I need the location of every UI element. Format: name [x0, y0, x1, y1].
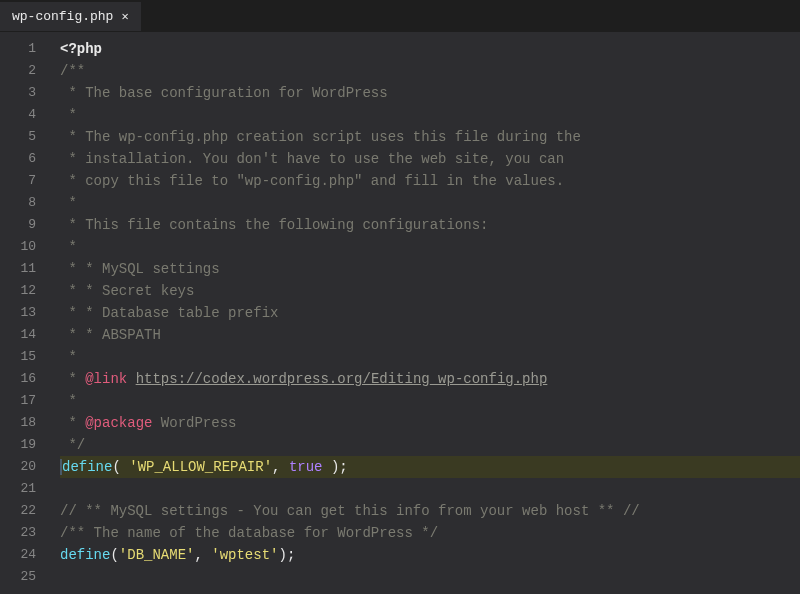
- punc: (: [110, 547, 118, 563]
- doc-tag: @link: [85, 371, 127, 387]
- line-number: 22: [0, 500, 52, 522]
- comment: * copy this file to "wp-config.php" and …: [60, 173, 564, 189]
- line-number: 9: [0, 214, 52, 236]
- punc: ,: [272, 459, 289, 475]
- comment: * * ABSPATH: [60, 327, 161, 343]
- line-number: 24: [0, 544, 52, 566]
- string: 'WP_ALLOW_REPAIR': [129, 459, 272, 475]
- func-name: define: [60, 547, 110, 563]
- line-number: 19: [0, 434, 52, 456]
- code-line: // ** MySQL settings - You can get this …: [60, 500, 800, 522]
- punc: );: [278, 547, 295, 563]
- comment: // ** MySQL settings - You can get this …: [60, 503, 640, 519]
- comment-prefix: *: [60, 371, 85, 387]
- line-number: 5: [0, 126, 52, 148]
- line-number: 4: [0, 104, 52, 126]
- code-line: [60, 566, 800, 588]
- punc: );: [322, 459, 347, 475]
- line-number: 21: [0, 478, 52, 500]
- comment: /**: [60, 63, 85, 79]
- doc-link[interactable]: https://codex.wordpress.org/Editing_wp-c…: [136, 371, 548, 387]
- code-line: * @package WordPress: [60, 412, 800, 434]
- comment: * installation. You don't have to use th…: [60, 151, 564, 167]
- code-line: */: [60, 434, 800, 456]
- string: 'wptest': [211, 547, 278, 563]
- code-line: *: [60, 346, 800, 368]
- comment: */: [60, 437, 85, 453]
- comment: * * MySQL settings: [60, 261, 220, 277]
- code-line: *: [60, 192, 800, 214]
- punc: (: [112, 459, 129, 475]
- comment: * The wp-config.php creation script uses…: [60, 129, 581, 145]
- code-line: * The base configuration for WordPress: [60, 82, 800, 104]
- line-number: 3: [0, 82, 52, 104]
- comment: * * Secret keys: [60, 283, 194, 299]
- line-number: 2: [0, 60, 52, 82]
- line-number: 1: [0, 38, 52, 60]
- code-line: * * Database table prefix: [60, 302, 800, 324]
- file-tab[interactable]: wp-config.php ✕: [0, 2, 141, 31]
- comment: *: [60, 239, 77, 255]
- code-line: define('DB_NAME', 'wptest');: [60, 544, 800, 566]
- line-number: 11: [0, 258, 52, 280]
- line-gutter: 1 2 3 4 5 6 7 8 9 10 11 12 13 14 15 16 1…: [0, 32, 52, 594]
- doc-tag: @package: [85, 415, 152, 431]
- code-line: * The wp-config.php creation script uses…: [60, 126, 800, 148]
- code-line: /**: [60, 60, 800, 82]
- code-line: [60, 478, 800, 500]
- comment-prefix: *: [60, 415, 85, 431]
- code-line: /** The name of the database for WordPre…: [60, 522, 800, 544]
- comment: *: [60, 349, 77, 365]
- code-area[interactable]: <?php /** * The base configuration for W…: [52, 32, 800, 594]
- tab-bar: wp-config.php ✕: [0, 0, 800, 32]
- string: 'DB_NAME': [119, 547, 195, 563]
- comment: *: [60, 393, 77, 409]
- line-number: 17: [0, 390, 52, 412]
- comment: * * Database table prefix: [60, 305, 278, 321]
- editor: 1 2 3 4 5 6 7 8 9 10 11 12 13 14 15 16 1…: [0, 32, 800, 594]
- tab-filename: wp-config.php: [12, 9, 113, 24]
- line-number: 13: [0, 302, 52, 324]
- bool: true: [289, 459, 323, 475]
- comment-rest: WordPress: [152, 415, 236, 431]
- code-line: * * MySQL settings: [60, 258, 800, 280]
- line-number: 25: [0, 566, 52, 588]
- code-line: *: [60, 104, 800, 126]
- line-number: 18: [0, 412, 52, 434]
- punc: ,: [194, 547, 211, 563]
- comment: /** The name of the database for WordPre…: [60, 525, 438, 541]
- code-line: * * Secret keys: [60, 280, 800, 302]
- comment: *: [60, 107, 77, 123]
- code-line: * * ABSPATH: [60, 324, 800, 346]
- close-icon[interactable]: ✕: [121, 9, 128, 24]
- comment: *: [60, 195, 77, 211]
- line-number: 12: [0, 280, 52, 302]
- line-number: 15: [0, 346, 52, 368]
- code-line: * copy this file to "wp-config.php" and …: [60, 170, 800, 192]
- comment: * This file contains the following confi…: [60, 217, 488, 233]
- code-line: <?php: [60, 38, 800, 60]
- code-line: * installation. You don't have to use th…: [60, 148, 800, 170]
- line-number: 16: [0, 368, 52, 390]
- line-number: 6: [0, 148, 52, 170]
- php-open-tag: <?php: [60, 41, 102, 57]
- line-number: 8: [0, 192, 52, 214]
- code-line: * This file contains the following confi…: [60, 214, 800, 236]
- code-line-active: define( 'WP_ALLOW_REPAIR', true );: [60, 456, 800, 478]
- line-number: 10: [0, 236, 52, 258]
- code-line: *: [60, 390, 800, 412]
- sep: [127, 371, 135, 387]
- line-number: 7: [0, 170, 52, 192]
- code-line: * @link https://codex.wordpress.org/Edit…: [60, 368, 800, 390]
- line-number: 23: [0, 522, 52, 544]
- line-number: 20: [0, 456, 52, 478]
- line-number: 14: [0, 324, 52, 346]
- comment: * The base configuration for WordPress: [60, 85, 388, 101]
- func-name: define: [62, 459, 112, 475]
- code-line: *: [60, 236, 800, 258]
